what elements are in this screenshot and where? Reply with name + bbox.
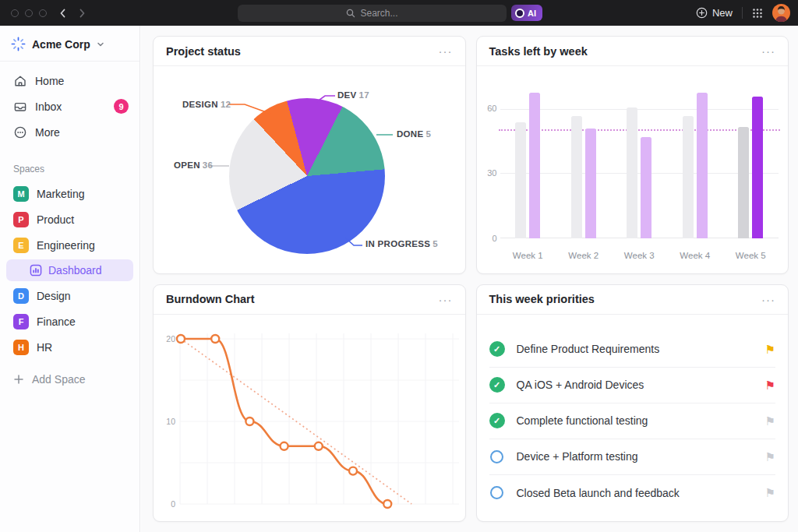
checked-circle-icon[interactable]: ✓ [489, 413, 505, 428]
apps-grid-icon[interactable] [752, 8, 763, 19]
x-tick-label: Week 2 [568, 251, 598, 260]
y-tick-label: 60 [480, 104, 497, 113]
spaces-heading: Spaces [13, 164, 139, 174]
card-this-week-priorities: This week priorities ··· ✓Define Product… [476, 284, 789, 523]
x-tick-label: Week 5 [736, 251, 766, 260]
x-tick-label: Week 4 [680, 251, 710, 260]
tasks-purple-bar[interactable] [529, 93, 540, 238]
workspace-name: Acme Corp [32, 38, 90, 51]
list-item[interactable]: Device + Platform testing⚑ [489, 439, 776, 475]
top-bar: Search... AI New [0, 0, 798, 26]
window-minimize-icon[interactable] [25, 9, 33, 17]
pie-label-done: DONE5 [397, 129, 431, 139]
tasks-purple-bar[interactable] [641, 137, 651, 238]
bar-group-week-4[interactable] [683, 71, 708, 238]
baseline-gray-bar[interactable] [571, 116, 582, 238]
card-menu-icon[interactable]: ··· [439, 44, 453, 58]
bar-group-week-2[interactable] [571, 71, 596, 238]
list-item[interactable]: Closed Beta launch and feedback⚑ [489, 475, 776, 511]
pie-label-in-progress: IN PROGRESS5 [365, 239, 438, 248]
tasks-purple-bar[interactable] [752, 97, 763, 238]
flag-icon[interactable]: ⚑ [765, 487, 775, 499]
svg-text:0: 0 [171, 499, 175, 509]
back-icon[interactable] [58, 8, 69, 19]
bar-group-week-5[interactable] [738, 71, 763, 238]
spaces-list: MMarketingPProductEEngineeringDashboardD… [0, 181, 139, 360]
baseline-gray-bar[interactable] [627, 107, 637, 238]
flag-icon[interactable]: ⚑ [765, 451, 775, 463]
sidebar-item-inbox[interactable]: Inbox 9 [0, 93, 139, 119]
x-tick-label: Week 1 [513, 251, 543, 260]
checked-circle-icon[interactable]: ✓ [489, 377, 505, 393]
card-title: This week priorities [489, 293, 595, 305]
task-label: Complete functional testing [517, 414, 648, 427]
card-title: Project status [166, 45, 241, 58]
pie-label-dev: DEV17 [337, 90, 369, 100]
bar-group-week-1[interactable] [515, 71, 540, 238]
forward-icon[interactable] [76, 8, 87, 19]
line-chart: 01020 [154, 315, 465, 521]
task-label: Device + Platform testing [517, 450, 638, 463]
list-item[interactable]: ✓Complete functional testing⚑ [489, 403, 776, 439]
flag-icon[interactable]: ⚑ [765, 379, 775, 391]
bar-x-axis: Week 1Week 2Week 3Week 4Week 5 [500, 251, 779, 260]
sidebar-item-product[interactable]: PProduct [0, 206, 139, 232]
sidebar-item-finance[interactable]: FFinance [0, 308, 139, 334]
dashboard-icon [30, 264, 42, 277]
y-tick-label: 30 [480, 168, 497, 178]
search-input[interactable]: Search... [238, 5, 507, 22]
chevron-down-icon [97, 41, 104, 48]
sidebar-item-dashboard[interactable]: Dashboard [6, 259, 133, 281]
card-menu-icon[interactable]: ··· [439, 293, 453, 306]
line-plot-area[interactable]: 01020 [154, 315, 466, 522]
workspace-switcher[interactable]: Acme Corp [0, 26, 139, 62]
pie-chart: DESIGN12 DEV17 DONE5 OPEN36 IN PROGRESS5 [154, 66, 465, 273]
dashboard-grid: Project status ··· DESIGN12 DEV17 DONE5 … [141, 26, 798, 532]
list-item[interactable]: ✓Define Product Requirements⚑ [489, 332, 776, 368]
sidebar-item-home[interactable]: Home [0, 68, 139, 93]
space-icon-design: D [13, 288, 29, 304]
tasks-purple-bar[interactable] [697, 93, 708, 238]
space-icon-marketing: M [13, 186, 29, 202]
svg-text:10: 10 [166, 417, 175, 426]
add-space-button[interactable]: Add Space [0, 366, 139, 392]
pie-label-design: DESIGN12 [182, 100, 231, 109]
plus-icon [13, 374, 24, 385]
window-maximize-icon[interactable] [39, 9, 47, 17]
workspace-logo-icon [11, 37, 26, 51]
pie-label-open: OPEN36 [174, 160, 213, 170]
checked-circle-icon[interactable]: ✓ [489, 341, 505, 357]
card-menu-icon[interactable]: ··· [761, 44, 775, 58]
sidebar-item-more[interactable]: More [0, 119, 139, 145]
sidebar-item-marketing[interactable]: MMarketing [0, 181, 139, 206]
flag-icon[interactable]: ⚑ [765, 344, 775, 355]
ai-icon [515, 9, 524, 18]
space-icon-finance: F [13, 314, 29, 329]
sidebar-item-design[interactable]: DDesign [0, 283, 139, 308]
tasks-purple-bar[interactable] [585, 129, 596, 238]
baseline-gray-bar[interactable] [683, 116, 694, 238]
space-icon-product: P [13, 212, 29, 227]
unchecked-circle-icon[interactable] [490, 486, 503, 499]
card-title: Tasks left by week [489, 45, 588, 58]
space-icon-hr: H [13, 340, 29, 355]
sidebar-item-engineering[interactable]: EEngineering [0, 232, 139, 258]
search-icon [346, 9, 355, 18]
ai-button[interactable]: AI [511, 5, 542, 21]
baseline-gray-bar[interactable] [515, 122, 526, 238]
pie-graphic[interactable] [229, 98, 385, 254]
bar-group-week-3[interactable] [627, 71, 651, 238]
flag-icon[interactable]: ⚑ [765, 415, 775, 427]
list-item[interactable]: ✓QA iOS + Android Devices⚑ [489, 368, 776, 403]
card-menu-icon[interactable]: ··· [761, 293, 775, 306]
sidebar-item-hr[interactable]: HHR [0, 334, 139, 360]
new-button[interactable]: New [696, 7, 733, 19]
divider [742, 7, 743, 19]
window-close-icon[interactable] [11, 9, 19, 17]
unchecked-circle-icon[interactable] [490, 450, 503, 463]
card-title: Burndown Chart [166, 293, 255, 305]
baseline-gray-bar[interactable] [738, 127, 749, 238]
window-controls[interactable] [11, 9, 47, 17]
space-icon-engineering: E [13, 238, 29, 253]
avatar[interactable] [772, 4, 790, 22]
